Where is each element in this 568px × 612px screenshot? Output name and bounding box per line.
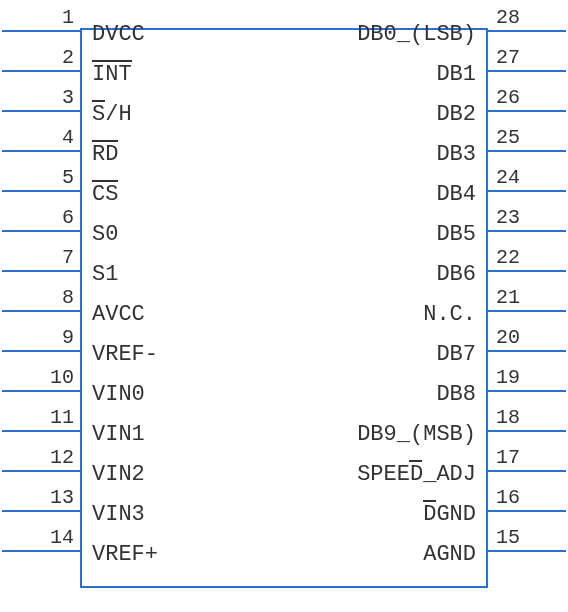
overline-bar [92, 100, 105, 102]
pin-lead [488, 30, 566, 32]
pin-lead [2, 190, 80, 192]
pin-number: 7 [4, 246, 74, 269]
pin-lead [2, 310, 80, 312]
pin-label-text: AVCC [92, 302, 145, 327]
pin-label-text: S0 [92, 222, 118, 247]
pin-lead [2, 150, 80, 152]
pin-label-text: VIN2 [92, 462, 145, 487]
pin-label-text: DB2 [436, 102, 476, 127]
pin-number: 5 [4, 166, 74, 189]
pin-label: DB8 [436, 382, 476, 407]
pin-label-text: CS [92, 182, 118, 207]
pin-label: AGND [423, 542, 476, 567]
pin-lead [2, 30, 80, 32]
pin-lead [2, 390, 80, 392]
pin-label-text: DGND [423, 502, 476, 527]
pin-number: 14 [4, 526, 74, 549]
pin-label-text: DB8 [436, 382, 476, 407]
overline-bar [409, 460, 422, 462]
pin-label-text: DB7 [436, 342, 476, 367]
overline-bar [92, 60, 132, 62]
pin-number: 13 [4, 486, 74, 509]
pin-label: DVCC [92, 22, 145, 47]
pin-label-text: DB4 [436, 182, 476, 207]
pin-label: DB7 [436, 342, 476, 367]
pin-number: 22 [496, 246, 566, 269]
overline-bar [423, 500, 436, 502]
pin-number: 3 [4, 86, 74, 109]
pin-number: 26 [496, 86, 566, 109]
pin-lead [2, 70, 80, 72]
pin-label-text: RD [92, 142, 118, 167]
pin-label-text: INT [92, 62, 132, 87]
pin-label: S/H [92, 102, 132, 127]
pin-lead [488, 550, 566, 552]
pin-number: 8 [4, 286, 74, 309]
pin-label-text: S/H [92, 102, 132, 127]
pin-label: VIN3 [92, 502, 145, 527]
pin-number: 6 [4, 206, 74, 229]
pin-lead [2, 550, 80, 552]
pin-number: 10 [4, 366, 74, 389]
pin-label: VIN2 [92, 462, 145, 487]
pin-lead [2, 510, 80, 512]
pin-label: DB6 [436, 262, 476, 287]
pin-number: 28 [496, 6, 566, 29]
pin-number: 27 [496, 46, 566, 69]
pin-lead [2, 230, 80, 232]
pin-number: 16 [496, 486, 566, 509]
pin-lead [2, 270, 80, 272]
pin-label: VREF+ [92, 542, 158, 567]
pin-lead [488, 230, 566, 232]
pin-lead [488, 470, 566, 472]
pin-number: 1 [4, 6, 74, 29]
pin-label-text: VIN0 [92, 382, 145, 407]
pin-label-text: DB9_(MSB) [357, 422, 476, 447]
pin-number: 21 [496, 286, 566, 309]
pin-number: 25 [496, 126, 566, 149]
pin-label: VREF- [92, 342, 158, 367]
pin-lead [488, 510, 566, 512]
pin-lead [2, 470, 80, 472]
pin-label-text: DB0_(LSB) [357, 22, 476, 47]
pin-label: DB0_(LSB) [357, 22, 476, 47]
pin-label-text: SPEED_ADJ [357, 462, 476, 487]
pin-label: N.C. [423, 302, 476, 327]
pin-label: DB3 [436, 142, 476, 167]
pin-label-text: S1 [92, 262, 118, 287]
pin-label: DB9_(MSB) [357, 422, 476, 447]
pin-number: 12 [4, 446, 74, 469]
pin-number: 9 [4, 326, 74, 349]
pin-lead [488, 350, 566, 352]
pin-lead [488, 190, 566, 192]
pin-lead [488, 150, 566, 152]
pin-label-text: AGND [423, 542, 476, 567]
pin-label-text: DB6 [436, 262, 476, 287]
pin-label: AVCC [92, 302, 145, 327]
pin-lead [488, 270, 566, 272]
pin-number: 24 [496, 166, 566, 189]
pin-label: DB4 [436, 182, 476, 207]
pin-lead [2, 110, 80, 112]
pin-number: 15 [496, 526, 566, 549]
pin-label: DB5 [436, 222, 476, 247]
pin-label: S1 [92, 262, 118, 287]
pin-label-text: VREF+ [92, 542, 158, 567]
overline-bar [92, 180, 118, 182]
pin-label: VIN1 [92, 422, 145, 447]
pin-lead [488, 70, 566, 72]
pin-label-text: DB5 [436, 222, 476, 247]
pin-lead [488, 390, 566, 392]
pin-lead [488, 110, 566, 112]
pin-lead [488, 430, 566, 432]
pin-lead [2, 350, 80, 352]
pin-label-text: N.C. [423, 302, 476, 327]
pin-lead [2, 430, 80, 432]
pin-label: SPEED_ADJ [357, 462, 476, 487]
pin-label: RD [92, 142, 118, 167]
pin-number: 2 [4, 46, 74, 69]
pin-number: 18 [496, 406, 566, 429]
pin-label-text: DB1 [436, 62, 476, 87]
pin-lead [488, 310, 566, 312]
pin-label: DGND [423, 502, 476, 527]
